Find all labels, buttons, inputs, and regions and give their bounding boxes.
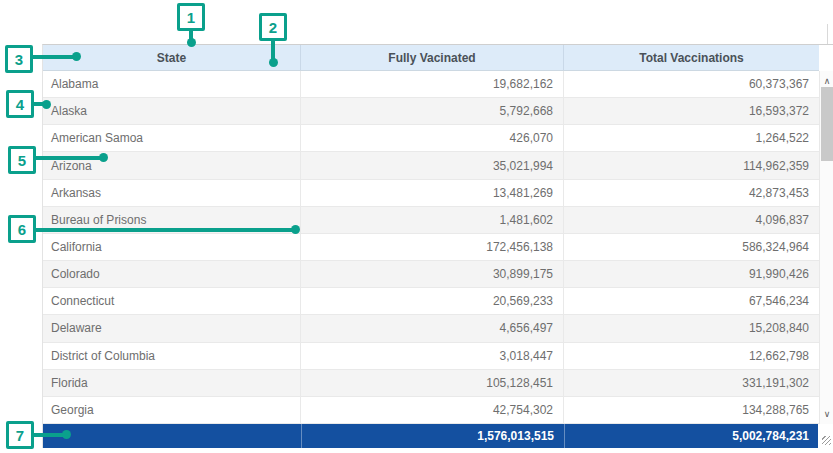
- summary-total-vaccinations: 5,002,784,231: [564, 424, 819, 448]
- cell-fully-vaccinated: 5,792,668: [301, 98, 564, 125]
- callout-dot: [99, 153, 108, 162]
- cell-state: Delaware: [43, 315, 301, 342]
- cell-state: Alabama: [43, 71, 301, 98]
- chevron-down-icon: ∨: [824, 410, 831, 419]
- callout-number-box: 7: [6, 421, 34, 449]
- cell-fully-vaccinated: 4,656,497: [301, 315, 564, 342]
- cell-total-vaccinations: 60,373,367: [564, 71, 819, 98]
- cell-total-vaccinations: 114,962,359: [564, 152, 819, 179]
- window-edge-artifact: [827, 24, 828, 44]
- vaccination-table: State Fully Vacinated Total Vaccinations…: [42, 44, 833, 448]
- cell-fully-vaccinated: 426,070: [301, 125, 564, 152]
- column-header-fully-vaccinated[interactable]: Fully Vacinated: [301, 45, 564, 70]
- callout-number: 6: [18, 221, 26, 238]
- table-row[interactable]: California 172,456,138 586,324,964: [43, 234, 819, 261]
- table-row[interactable]: Georgia 42,754,302 134,288,765: [43, 397, 819, 424]
- callout-number-box: 1: [177, 3, 205, 31]
- screenshot-canvas: State Fully Vacinated Total Vaccinations…: [0, 0, 833, 453]
- callout-number-box: 5: [8, 146, 36, 174]
- scroll-down-button[interactable]: ∨: [820, 406, 833, 422]
- cell-total-vaccinations: 91,990,426: [564, 261, 819, 288]
- callout-stem: [34, 156, 101, 160]
- cell-fully-vaccinated: 19,682,162: [301, 71, 564, 98]
- cell-state: District of Columbia: [43, 343, 301, 370]
- table-row[interactable]: Alabama 19,682,162 60,373,367: [43, 71, 819, 98]
- callout-number: 4: [16, 96, 24, 113]
- column-header-total-vaccinations[interactable]: Total Vaccinations: [564, 45, 819, 70]
- callout-number: 1: [187, 9, 195, 26]
- cell-total-vaccinations: 15,208,840: [564, 315, 819, 342]
- resize-grip-icon[interactable]: [822, 436, 831, 445]
- callout-number-box: 2: [259, 13, 287, 41]
- callout-dot: [187, 38, 196, 47]
- callout-number-box: 3: [5, 45, 33, 73]
- cell-total-vaccinations: 16,593,372: [564, 98, 819, 125]
- cell-fully-vaccinated: 20,569,233: [301, 288, 564, 315]
- cell-state: Colorado: [43, 261, 301, 288]
- cell-fully-vaccinated: 30,899,175: [301, 261, 564, 288]
- table-row[interactable]: Colorado 30,899,175 91,990,426: [43, 261, 819, 288]
- cell-fully-vaccinated: 105,128,451: [301, 370, 564, 397]
- cell-total-vaccinations: 586,324,964: [564, 234, 819, 261]
- table-row[interactable]: Arkansas 13,481,269 42,873,453: [43, 180, 819, 207]
- callout-dot: [269, 58, 278, 67]
- cell-state: Alaska: [43, 98, 301, 125]
- summary-state-cell: [43, 424, 301, 448]
- cell-total-vaccinations: 42,873,453: [564, 180, 819, 207]
- callout-number: 5: [18, 152, 26, 169]
- table-row[interactable]: Arizona 35,021,994 114,962,359: [43, 152, 819, 179]
- scrollbar-corner: [818, 424, 833, 448]
- callout-number: 3: [15, 51, 23, 68]
- callout-dot: [62, 430, 71, 439]
- cell-state: Florida: [43, 370, 301, 397]
- cell-fully-vaccinated: 3,018,447: [301, 343, 564, 370]
- summary-row: 1,576,013,515 5,002,784,231: [43, 424, 819, 448]
- callout-number-box: 4: [6, 90, 34, 118]
- cell-fully-vaccinated: 35,021,994: [301, 152, 564, 179]
- cell-state: Georgia: [43, 397, 301, 424]
- table-row[interactable]: Florida 105,128,451 331,191,302: [43, 370, 819, 397]
- table-row[interactable]: Delaware 4,656,497 15,208,840: [43, 315, 819, 342]
- callout-number-box: 6: [8, 215, 36, 243]
- callout-dot: [291, 225, 300, 234]
- cell-total-vaccinations: 4,096,837: [564, 207, 819, 234]
- table-row[interactable]: Connecticut 20,569,233 67,546,234: [43, 288, 819, 315]
- cell-total-vaccinations: 331,191,302: [564, 370, 819, 397]
- callout-stem: [271, 39, 275, 60]
- table-header-row: State Fully Vacinated Total Vaccinations: [43, 45, 819, 71]
- column-header-state[interactable]: State: [43, 45, 301, 70]
- cell-fully-vaccinated: 1,481,602: [301, 207, 564, 234]
- table-row[interactable]: District of Columbia 3,018,447 12,662,79…: [43, 343, 819, 370]
- cell-total-vaccinations: 12,662,798: [564, 343, 819, 370]
- table-row[interactable]: American Samoa 426,070 1,264,522: [43, 125, 819, 152]
- cell-total-vaccinations: 1,264,522: [564, 125, 819, 152]
- cell-fully-vaccinated: 42,754,302: [301, 397, 564, 424]
- cell-state: California: [43, 234, 301, 261]
- cell-state: American Samoa: [43, 125, 301, 152]
- table-body: Alabama 19,682,162 60,373,367 Alaska 5,7…: [43, 71, 833, 424]
- summary-fully-vaccinated: 1,576,013,515: [301, 424, 564, 448]
- cell-total-vaccinations: 67,546,234: [564, 288, 819, 315]
- callout-dot: [72, 52, 81, 61]
- chevron-up-icon: ∧: [824, 77, 831, 86]
- callout-dot: [42, 100, 51, 109]
- callout-stem: [34, 228, 293, 232]
- cell-fully-vaccinated: 172,456,138: [301, 234, 564, 261]
- scrollbar-thumb[interactable]: [821, 87, 833, 161]
- callout-stem: [31, 55, 73, 59]
- cell-fully-vaccinated: 13,481,269: [301, 180, 564, 207]
- cell-state: Connecticut: [43, 288, 301, 315]
- callout-number: 2: [269, 19, 277, 36]
- table-row[interactable]: Alaska 5,792,668 16,593,372: [43, 98, 819, 125]
- callout-stem: [32, 433, 65, 437]
- cell-state: Arkansas: [43, 180, 301, 207]
- cell-total-vaccinations: 134,288,765: [564, 397, 819, 424]
- vertical-scrollbar[interactable]: ∧ ∨: [819, 71, 833, 424]
- callout-number: 7: [16, 427, 24, 444]
